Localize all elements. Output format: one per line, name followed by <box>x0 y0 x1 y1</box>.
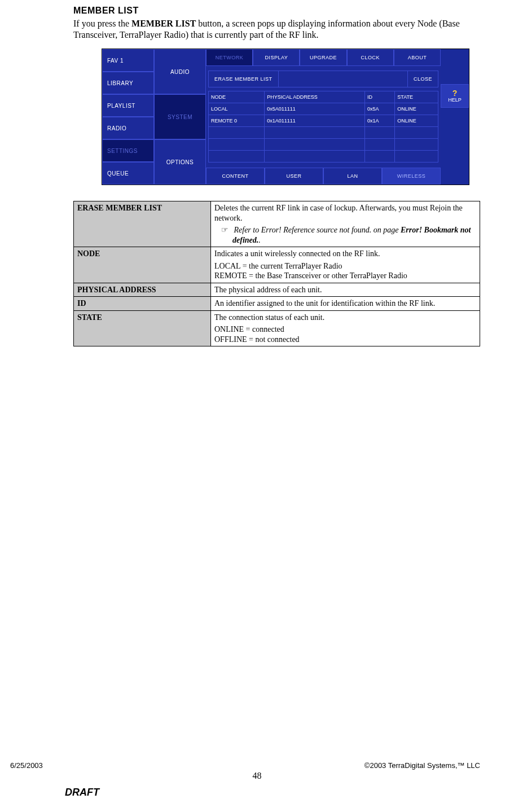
bottom-tabs: CONTENT USER LAN WIRELESS <box>206 168 441 185</box>
cell-node <box>209 151 265 163</box>
pointing-hand-icon: ☞ <box>221 226 232 234</box>
tab-about[interactable]: ABOUT <box>394 49 441 66</box>
help-column: ? HELP <box>441 49 469 185</box>
tab-wireless[interactable]: WIRELESS <box>382 168 441 185</box>
def-row-node: NODE Indicates a unit wirelessly connect… <box>74 247 480 283</box>
def-row-physical-address: PHYSICAL ADDRESS The physical address of… <box>74 283 480 297</box>
def-desc-text: Indicates a unit wirelessly connected on… <box>214 249 476 259</box>
def-term: NODE <box>74 247 211 283</box>
mid-system[interactable]: SYSTEM <box>154 94 206 139</box>
tab-display[interactable]: DISPLAY <box>253 49 300 66</box>
def-desc: Indicates a unit wirelessly connected on… <box>211 247 480 283</box>
close-button[interactable]: CLOSE <box>407 71 438 87</box>
cell-addr: 0x5A011111 <box>265 103 365 115</box>
def-extra2: REMOTE = the Base Transceiver or other T… <box>214 271 476 281</box>
intro-bold: MEMBER LIST <box>131 19 196 28</box>
draft-watermark: DRAFT <box>65 787 514 798</box>
mid-options[interactable]: OPTIONS <box>154 139 206 185</box>
cell-state: ONLINE <box>395 103 438 115</box>
help-question-icon: ? <box>453 89 458 97</box>
def-desc: The connection status of each unit. ONLI… <box>211 310 480 346</box>
def-row-id: ID An identifier assigned to the unit fo… <box>74 297 480 311</box>
cell-state <box>395 139 438 151</box>
refer-pre: Refer to Error! Reference source not fou… <box>234 226 401 234</box>
top-tabs: NETWORK DISPLAY UPGRADE CLOCK ABOUT <box>206 49 441 66</box>
intro-pre: If you press the <box>73 19 131 28</box>
def-row-state: STATE The connection status of each unit… <box>74 310 480 346</box>
nav-playlist[interactable]: PLAYLIST <box>102 94 154 117</box>
help-button[interactable]: ? HELP <box>441 84 469 108</box>
refer-post: . <box>258 236 261 244</box>
tab-lan[interactable]: LAN <box>323 168 382 185</box>
table-row <box>209 127 438 139</box>
def-desc-text: Deletes the current RF link in case of l… <box>214 204 463 222</box>
def-extra1: LOCAL = the current TerraPlayer Radio <box>214 261 476 271</box>
cell-addr <box>265 139 365 151</box>
table-row <box>209 151 438 163</box>
main-panel: NETWORK DISPLAY UPGRADE CLOCK ABOUT ERAS… <box>206 49 441 185</box>
action-spacer <box>279 71 407 87</box>
cell-state: ONLINE <box>395 115 438 127</box>
th-node: NODE <box>209 91 265 103</box>
help-label: HELP <box>448 97 462 103</box>
mid-nav: AUDIO SYSTEM OPTIONS <box>154 49 206 185</box>
th-state: STATE <box>395 91 438 103</box>
tab-clock[interactable]: CLOCK <box>347 49 394 66</box>
cell-id <box>365 151 395 163</box>
def-refer: ☞ Refer to Error! Reference source not f… <box>214 225 476 245</box>
cell-id: 0x5A <box>365 103 395 115</box>
footer-copyright: ©2003 TerraDigital Systems,™ LLC <box>364 761 480 770</box>
help-spacer <box>441 49 469 84</box>
def-extra2: OFFLINE = not connected <box>214 335 476 345</box>
action-row: ERASE MEMBER LIST CLOSE <box>208 71 438 87</box>
th-id: ID <box>365 91 395 103</box>
page-footer: 6/25/2003 ©2003 TerraDigital Systems,™ L… <box>0 761 514 798</box>
tab-upgrade[interactable]: UPGRADE <box>300 49 346 66</box>
def-desc: An identifier assigned to the unit for i… <box>211 297 480 311</box>
table-row: REMOTE 0 0x1A011111 0x1A ONLINE <box>209 115 438 127</box>
def-desc: Deletes the current RF link in case of l… <box>211 201 480 247</box>
nav-settings[interactable]: SETTINGS <box>102 139 154 162</box>
cell-addr <box>265 127 365 139</box>
def-extra1: ONLINE = connected <box>214 324 476 335</box>
table-row: LOCAL 0x5A011111 0x5A ONLINE <box>209 103 438 115</box>
cell-node <box>209 139 265 151</box>
definitions-table: ERASE MEMBER LIST Deletes the current RF… <box>73 201 480 346</box>
def-term: STATE <box>74 310 211 346</box>
center-area: ERASE MEMBER LIST CLOSE NODE PHYSICAL AD… <box>206 66 441 168</box>
cell-node: REMOTE 0 <box>209 115 265 127</box>
tab-network[interactable]: NETWORK <box>206 49 253 66</box>
def-row-erase: ERASE MEMBER LIST Deletes the current RF… <box>74 201 480 247</box>
member-table: NODE PHYSICAL ADDRESS ID STATE LOCAL 0x5… <box>208 91 438 163</box>
def-term: ID <box>74 297 211 311</box>
def-term: PHYSICAL ADDRESS <box>74 283 211 297</box>
cell-addr: 0x1A011111 <box>265 115 365 127</box>
nav-queue[interactable]: QUEUE <box>102 162 154 185</box>
cell-node <box>209 127 265 139</box>
page-number: 48 <box>0 771 514 781</box>
mid-audio[interactable]: AUDIO <box>154 49 206 94</box>
ui-screenshot: FAV 1 LIBRARY PLAYLIST RADIO SETTINGS QU… <box>102 49 469 185</box>
cell-addr <box>265 151 365 163</box>
nav-fav1[interactable]: FAV 1 <box>102 49 154 72</box>
nav-library[interactable]: LIBRARY <box>102 72 154 94</box>
cell-state <box>395 127 438 139</box>
cell-id: 0x1A <box>365 115 395 127</box>
cell-state <box>395 151 438 163</box>
def-desc-text: The connection status of each unit. <box>214 313 476 323</box>
def-desc: The physical address of each unit. <box>211 283 480 297</box>
table-row <box>209 139 438 151</box>
cell-node: LOCAL <box>209 103 265 115</box>
th-physical-address: PHYSICAL ADDRESS <box>265 91 365 103</box>
nav-radio[interactable]: RADIO <box>102 117 154 139</box>
footer-date: 6/25/2003 <box>10 761 43 770</box>
table-header-row: NODE PHYSICAL ADDRESS ID STATE <box>209 91 438 103</box>
tab-user[interactable]: USER <box>265 168 323 185</box>
section-heading: MEMBER LIST <box>73 6 480 16</box>
tab-content[interactable]: CONTENT <box>206 168 265 185</box>
def-term: ERASE MEMBER LIST <box>74 201 211 247</box>
left-nav: FAV 1 LIBRARY PLAYLIST RADIO SETTINGS QU… <box>102 49 154 185</box>
cell-id <box>365 139 395 151</box>
cell-id <box>365 127 395 139</box>
erase-member-list-button[interactable]: ERASE MEMBER LIST <box>208 71 279 87</box>
